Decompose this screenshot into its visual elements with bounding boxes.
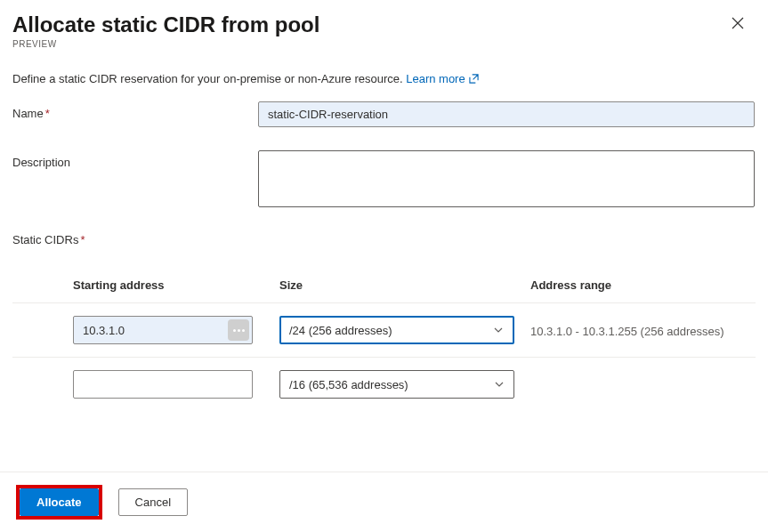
name-field-row: Name* (12, 101, 756, 127)
panel-footer: Allocate Cancel (0, 472, 768, 532)
size-select-value: /16 (65,536 addresses) (289, 378, 408, 391)
close-button[interactable] (731, 16, 745, 30)
size-select-value: /24 (256 addresses) (289, 324, 392, 337)
preview-badge: PREVIEW (12, 39, 750, 49)
help-text-body: Define a static CIDR reservation for you… (12, 72, 406, 85)
starting-address-input[interactable] (73, 370, 253, 399)
description-input[interactable] (258, 150, 755, 207)
allocate-button[interactable]: Allocate (20, 488, 99, 516)
ellipsis-icon (233, 329, 245, 332)
cidr-table: Starting address Size Address range /24 … (12, 278, 756, 411)
description-label: Description (12, 150, 258, 169)
col-header-address-range: Address range (530, 278, 756, 292)
address-action-button[interactable] (228, 319, 249, 341)
chevron-down-icon (493, 325, 504, 335)
address-range-value: 10.3.1.0 - 10.3.1.255 (256 addresses) (530, 323, 756, 338)
cidr-row: /24 (256 addresses) 10.3.1.0 - 10.3.1.25… (12, 303, 756, 358)
name-input[interactable] (258, 101, 755, 127)
allocate-cidr-panel: Allocate static CIDR from pool PREVIEW D… (0, 0, 768, 532)
allocate-button-highlight: Allocate (16, 485, 102, 520)
cidr-table-header: Starting address Size Address range (12, 278, 756, 303)
required-mark: * (45, 107, 50, 120)
cancel-button[interactable]: Cancel (118, 488, 188, 516)
chevron-down-icon (494, 379, 505, 390)
col-header-starting-address: Starting address (73, 278, 279, 292)
starting-address-input[interactable] (73, 316, 253, 344)
panel-header: Allocate static CIDR from pool PREVIEW (0, 0, 768, 56)
help-text: Define a static CIDR reservation for you… (12, 72, 756, 85)
external-link-icon (469, 74, 479, 84)
name-label: Name* (12, 101, 258, 120)
col-header-size: Size (279, 278, 530, 292)
static-cidrs-label: Static CIDRs* (12, 233, 756, 246)
required-mark: * (80, 233, 85, 246)
learn-more-label: Learn more (406, 72, 465, 85)
panel-content: Define a static CIDR reservation for you… (0, 56, 768, 472)
close-icon (732, 17, 744, 29)
size-select[interactable]: /24 (256 addresses) (279, 316, 514, 344)
size-select-button[interactable]: /24 (256 addresses) (279, 316, 514, 344)
cidr-row: /16 (65,536 addresses) (12, 358, 756, 411)
size-select-button[interactable]: /16 (65,536 addresses) (279, 370, 514, 399)
description-field-row: Description (12, 150, 756, 210)
address-range-value (530, 383, 756, 385)
learn-more-link[interactable]: Learn more (406, 72, 478, 85)
panel-title: Allocate static CIDR from pool (12, 12, 750, 37)
size-select[interactable]: /16 (65,536 addresses) (279, 370, 514, 399)
